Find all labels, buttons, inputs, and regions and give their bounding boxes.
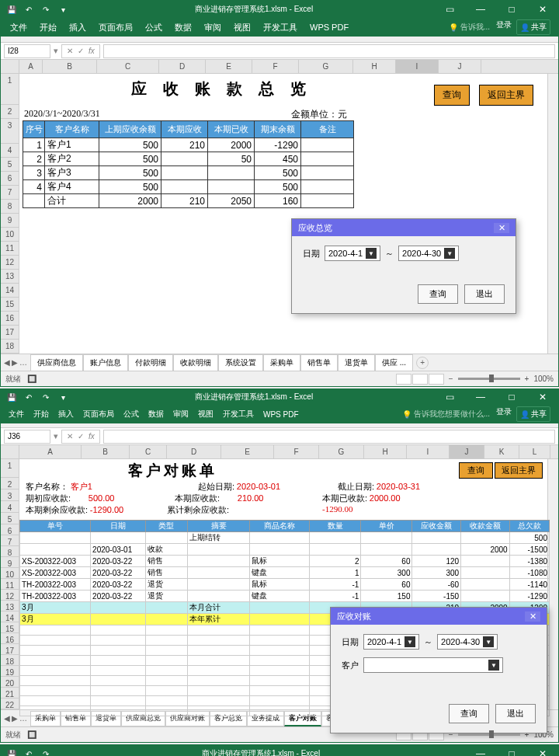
- undo-icon[interactable]: ↶: [21, 390, 36, 404]
- sheet-nav-next-icon[interactable]: ▶: [12, 358, 18, 367]
- select-all-corner[interactable]: [1, 60, 19, 73]
- row-header[interactable]: 15: [1, 622, 19, 633]
- col-header[interactable]: G: [319, 445, 364, 458]
- ribbon-tab[interactable]: 审阅: [168, 406, 193, 422]
- row-header[interactable]: 6: [1, 524, 19, 535]
- ribbon-tab[interactable]: WPS PDF: [259, 408, 304, 421]
- ribbon-tab[interactable]: 开发工具: [257, 19, 304, 37]
- col-header[interactable]: F: [274, 445, 319, 458]
- row-header[interactable]: 3: [1, 119, 19, 144]
- col-header[interactable]: G: [299, 60, 353, 73]
- minimize-icon[interactable]: —: [465, 745, 496, 756]
- sheet-tab[interactable]: 系统设置: [218, 354, 263, 371]
- sheet-nav-ellipsis[interactable]: …: [19, 358, 27, 367]
- save-icon[interactable]: 💾: [4, 2, 19, 16]
- row-header[interactable]: 5: [1, 513, 19, 524]
- row-header[interactable]: 5: [1, 158, 19, 172]
- col-header[interactable]: F: [252, 60, 299, 73]
- ribbon-tab[interactable]: 数据: [168, 19, 198, 37]
- row-header[interactable]: 19: [1, 666, 19, 677]
- row-header[interactable]: 9: [1, 557, 19, 568]
- row-header[interactable]: 7: [1, 186, 19, 200]
- row-header[interactable]: 14: [1, 611, 19, 622]
- dialog-close-icon[interactable]: ✕: [525, 611, 540, 622]
- col-header[interactable]: L: [519, 445, 550, 458]
- zoom-out-icon[interactable]: −: [449, 375, 453, 383]
- namebox-dropdown-icon[interactable]: ▾: [54, 431, 58, 441]
- sheet-tab[interactable]: 销售单: [300, 354, 338, 371]
- enter-formula-icon[interactable]: ✓: [76, 432, 85, 441]
- col-header[interactable]: A: [19, 445, 82, 458]
- tell-me-search[interactable]: 💡 告诉我您想要做什么...: [402, 409, 490, 420]
- col-header[interactable]: D: [167, 445, 221, 458]
- ribbon-options-icon[interactable]: ▭: [434, 1, 465, 18]
- normal-view-icon[interactable]: [396, 374, 411, 385]
- row-header[interactable]: 12: [1, 256, 19, 270]
- share-button[interactable]: 👤共享: [516, 406, 550, 422]
- formula-input[interactable]: [103, 430, 555, 444]
- row-header[interactable]: 7: [1, 535, 19, 546]
- select-all-corner[interactable]: [1, 445, 19, 458]
- minimize-icon[interactable]: —: [465, 1, 496, 18]
- row-header[interactable]: 16: [1, 633, 19, 644]
- worksheet-cells[interactable]: 客户对账单 查询 返回主界 客户名称： 客户1 起始日期: 2020-03-01…: [19, 459, 547, 708]
- row-header[interactable]: 8: [1, 546, 19, 557]
- name-box[interactable]: I28: [4, 44, 50, 58]
- maximize-icon[interactable]: □: [496, 745, 527, 756]
- row-header[interactable]: 2: [1, 478, 19, 489]
- zoom-slider[interactable]: [458, 378, 520, 380]
- cancel-formula-icon[interactable]: ✕: [65, 432, 75, 441]
- namebox-dropdown-icon[interactable]: ▾: [54, 46, 58, 56]
- col-header[interactable]: H: [364, 445, 407, 458]
- row-header[interactable]: 13: [1, 601, 19, 611]
- col-header[interactable]: I: [407, 445, 450, 458]
- close-icon[interactable]: ✕: [527, 745, 558, 756]
- sheet-tab[interactable]: 退货单: [338, 354, 375, 371]
- col-header[interactable]: B: [43, 60, 97, 73]
- dialog-exit-button[interactable]: 退出: [464, 284, 505, 304]
- redo-icon[interactable]: ↷: [38, 2, 54, 16]
- col-header[interactable]: A: [19, 60, 43, 73]
- sheet-tab[interactable]: 采购单: [263, 354, 300, 371]
- login-link[interactable]: 登录: [496, 19, 512, 35]
- ribbon-tab[interactable]: 页面布局: [78, 406, 119, 422]
- row-header[interactable]: 4: [1, 144, 19, 158]
- formula-input[interactable]: [103, 44, 555, 58]
- save-icon[interactable]: 💾: [4, 390, 19, 404]
- zoom-level[interactable]: 100%: [533, 375, 554, 383]
- col-header[interactable]: E: [206, 60, 252, 73]
- dialog-titlebar[interactable]: 应收对账 ✕: [331, 608, 547, 625]
- row-header[interactable]: 9: [1, 214, 19, 228]
- col-header[interactable]: H: [353, 60, 396, 73]
- sheet-nav-next-icon[interactable]: ▶: [12, 714, 18, 723]
- ribbon-tab[interactable]: 开始: [33, 19, 63, 37]
- sheet-nav-prev-icon[interactable]: ◀: [4, 358, 10, 367]
- dialog-query-button[interactable]: 查询: [449, 704, 489, 723]
- ribbon-tab[interactable]: 文件: [4, 406, 29, 422]
- sheet-tab[interactable]: 供应商信息: [30, 354, 83, 371]
- sheet-tab[interactable]: 付款明细: [128, 354, 173, 371]
- add-sheet-button[interactable]: +: [416, 357, 429, 369]
- sheet-tab[interactable]: 账户信息: [83, 354, 128, 371]
- zoom-slider[interactable]: [458, 733, 520, 736]
- dialog-titlebar[interactable]: 应收总览 ✕: [292, 219, 516, 236]
- col-header[interactable]: I: [396, 60, 439, 73]
- col-header[interactable]: J: [450, 445, 484, 458]
- row-header[interactable]: 16: [1, 312, 19, 326]
- sheet-nav-prev-icon[interactable]: ◀: [4, 714, 10, 723]
- col-header[interactable]: D: [159, 60, 206, 73]
- worksheet-cells[interactable]: 应 收 账 款 总 览 查询 返回主界 2020/3/1~2020/3/31 金…: [19, 74, 547, 338]
- dialog-exit-button[interactable]: 退出: [495, 704, 536, 723]
- row-header[interactable]: 14: [1, 284, 19, 298]
- ribbon-tab[interactable]: 公式: [139, 19, 168, 37]
- row-header[interactable]: 13: [1, 270, 19, 284]
- row-header[interactable]: 11: [1, 579, 19, 590]
- save-icon[interactable]: 💾: [4, 747, 19, 756]
- fx-icon[interactable]: fx: [87, 47, 96, 55]
- ribbon-tab[interactable]: 文件: [4, 19, 33, 37]
- ribbon-tab[interactable]: 视图: [193, 406, 218, 422]
- ribbon-tab[interactable]: 页面布局: [92, 19, 139, 37]
- row-header[interactable]: 6: [1, 172, 19, 186]
- row-header[interactable]: 18: [1, 340, 19, 354]
- ribbon-tab[interactable]: 插入: [54, 406, 78, 422]
